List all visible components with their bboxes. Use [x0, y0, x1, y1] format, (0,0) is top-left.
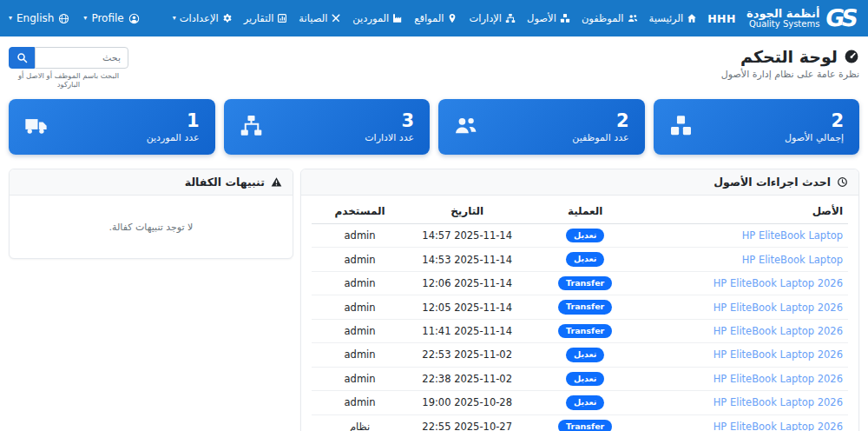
column-header: الأصل — [644, 199, 848, 224]
table-row: HP EliteBook Laptop 2026Transfer2025-11-… — [312, 295, 848, 319]
nav-item-suppliers[interactable]: الموردين — [352, 12, 403, 24]
factory-icon — [392, 13, 403, 23]
table-row: HP EliteBook Laptop 2026Transfer2025-10-… — [312, 414, 848, 431]
profile-dropdown-label: Profile — [91, 12, 123, 24]
chart-icon — [277, 13, 287, 23]
user-cell: admin — [312, 367, 408, 390]
stat-card-employees-count: 2عدد الموظفين — [438, 99, 645, 155]
navbar-left-group: Profile▾English▾ — [9, 12, 140, 24]
stat-cards-row: 2إجمالي الأصول2عدد الموظفين3عدد الادارات… — [0, 92, 868, 163]
nav-item-employees[interactable]: الموظفون — [582, 12, 638, 24]
search-input[interactable] — [35, 47, 128, 69]
table-row: HP EliteBook Laptop 2026تعديل2025-11-02 … — [312, 343, 848, 367]
user-cell: admin — [312, 248, 408, 271]
user-cell: admin — [312, 391, 408, 414]
nav-item-maintenance[interactable]: الصيانة — [299, 12, 341, 24]
chevron-down-icon: ▾ — [173, 15, 176, 22]
chevron-down-icon: ▾ — [83, 15, 87, 22]
table-row: HP EliteBook Laptop 2026Transfer2025-11-… — [312, 271, 848, 295]
date-cell: 2025-11-14 12:06 — [408, 271, 526, 295]
globe-icon — [58, 13, 69, 24]
action-badge-edit: تعديل — [566, 348, 604, 361]
asset-link[interactable]: HP EliteBook Laptop — [742, 254, 843, 266]
user-cell: admin — [312, 295, 408, 319]
asset-link[interactable]: HP EliteBook Laptop 2026 — [713, 421, 843, 431]
table-row: HP EliteBook Laptop 2026Transfer2025-11-… — [312, 319, 848, 342]
nav-item-user[interactable]: HHH — [707, 12, 736, 25]
stat-card-text: 2عدد الموظفين — [572, 109, 628, 144]
search-icon — [16, 52, 28, 63]
stat-card-text: 1عدد الموردين — [147, 109, 200, 144]
search-block: البحث باسم الموظف أو الاصل أو الباركود — [9, 47, 128, 89]
nav-item-departments[interactable]: الإدارات — [469, 12, 516, 24]
action-badge-edit: تعديل — [566, 229, 604, 242]
brand-logo[interactable]: GS أنظمة الجودة Quality Systems — [746, 6, 859, 31]
nav-item-locations[interactable]: المواقع — [414, 12, 457, 24]
asset-link[interactable]: HP EliteBook Laptop 2026 — [713, 396, 843, 408]
date-cell: 2025-10-28 19:00 — [408, 391, 526, 414]
nav-item-label: الموردين — [352, 12, 389, 24]
action-badge-transfer: Transfer — [558, 300, 612, 314]
stat-card-total-assets: 2إجمالي الأصول — [654, 99, 860, 155]
action-badge-transfer: Transfer — [558, 324, 612, 338]
user-cell: admin — [312, 224, 408, 248]
table-row: HP EliteBook Laptopتعديل2025-11-14 14:57… — [312, 224, 848, 248]
user-cell: admin — [312, 271, 408, 295]
page-title: لوحة التحكم — [740, 47, 838, 66]
users-icon — [628, 13, 638, 23]
asset-link[interactable]: HP EliteBook Laptop 2026 — [713, 373, 843, 385]
warranty-empty-message: لا توجد تنبيهات كفالة. — [10, 196, 293, 258]
action-badge-edit: تعديل — [566, 372, 604, 386]
nav-item-reports[interactable]: التقارير — [244, 12, 288, 24]
nav-item-label: المواقع — [414, 12, 444, 24]
page-subtitle: نظرة عامة على نظام إدارة الأصول — [721, 69, 859, 80]
warning-icon — [271, 176, 282, 188]
tools-icon — [331, 13, 341, 23]
stat-value: 3 — [365, 109, 414, 132]
page-title-block: لوحة التحكم نظرة عامة على نظام إدارة الأ… — [721, 47, 859, 80]
stat-card-departments-count: 3عدد الادارات — [224, 99, 431, 155]
table-row: HP EliteBook Laptop 2026تعديل2025-10-28 … — [312, 391, 848, 414]
nav-item-label: الرئيسية — [649, 12, 684, 24]
profile-dropdown[interactable]: Profile▾ — [83, 12, 139, 24]
action-badge-transfer: Transfer — [558, 276, 612, 290]
stat-value: 2 — [572, 109, 628, 132]
language-dropdown[interactable]: English▾ — [9, 12, 69, 24]
table-header-row: الأصلالعمليةالتاريخالمستخدم — [312, 199, 848, 224]
person-icon — [128, 13, 140, 24]
nav-item-assets[interactable]: الأصول — [527, 12, 570, 24]
stat-card-text: 2إجمالي الأصول — [785, 109, 844, 144]
nav-item-settings[interactable]: الإعدادات▾ — [173, 12, 233, 24]
activity-table: الأصلالعمليةالتاريخالمستخدم HP EliteBook… — [312, 199, 848, 431]
brand-text: أنظمة الجودة Quality Systems — [746, 8, 819, 30]
asset-link[interactable]: HP EliteBook Laptop 2026 — [713, 277, 843, 289]
users-icon — [454, 114, 477, 137]
date-cell: 2025-11-14 11:41 — [408, 319, 526, 342]
asset-link[interactable]: HP EliteBook Laptop 2026 — [713, 348, 843, 361]
column-header: المستخدم — [312, 199, 408, 224]
action-badge-edit: تعديل — [566, 252, 604, 266]
map-pin-icon — [447, 13, 457, 23]
nav-item-label: الموظفون — [582, 12, 624, 24]
stat-label: عدد الادارات — [365, 132, 414, 144]
column-header: التاريخ — [408, 199, 526, 224]
stat-value: 2 — [785, 109, 844, 132]
nav-item-label: الإدارات — [469, 12, 502, 24]
home-icon — [687, 13, 697, 23]
history-icon — [837, 176, 848, 188]
nav-item-label: الأصول — [527, 12, 556, 24]
table-row: HP EliteBook Laptop 2026تعديل2025-11-02 … — [312, 367, 848, 390]
sitemap-icon — [240, 114, 263, 137]
asset-link[interactable]: HP EliteBook Laptop 2026 — [713, 325, 843, 337]
table-row: HP EliteBook Laptopتعديل2025-11-14 14:53… — [312, 248, 848, 271]
nav-item-label: التقارير — [244, 12, 274, 24]
date-cell: 2025-11-02 22:53 — [408, 343, 526, 367]
user-cell: نظام — [312, 414, 408, 431]
asset-link[interactable]: HP EliteBook Laptop — [742, 229, 843, 242]
search-hint: البحث باسم الموظف أو الاصل أو الباركود — [9, 71, 128, 89]
nav-item-home[interactable]: الرئيسية — [649, 12, 698, 24]
date-cell: 2025-11-02 22:38 — [408, 367, 526, 390]
main-nav: الرئيسيةالموظفونالأصولالإداراتالمواقعالم… — [173, 12, 697, 24]
asset-link[interactable]: HP EliteBook Laptop 2026 — [713, 302, 843, 314]
search-button[interactable] — [9, 47, 35, 69]
